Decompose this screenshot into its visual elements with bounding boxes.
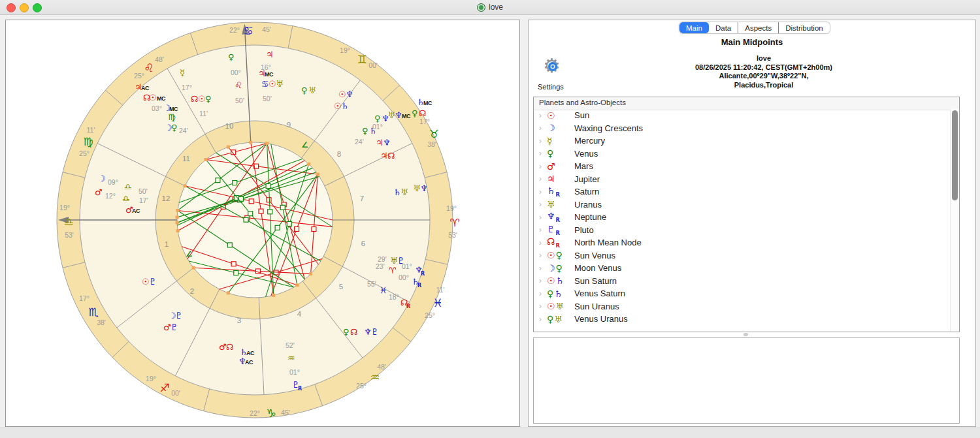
wheel-text: 53' bbox=[65, 231, 74, 239]
wheel-text: 45' bbox=[281, 409, 290, 416]
wheel-text: ☊ bbox=[387, 151, 395, 161]
detail-panel bbox=[533, 337, 960, 424]
disclosure-chevron-icon[interactable]: › bbox=[534, 264, 547, 273]
wheel-text: 1 bbox=[165, 240, 169, 248]
wheel-text: ☉ bbox=[149, 93, 157, 102]
disclosure-chevron-icon[interactable]: › bbox=[534, 123, 547, 133]
aspect-glyph-icon bbox=[259, 209, 263, 213]
planet-glyph-icon: ♀♅ bbox=[547, 314, 574, 324]
wheel-text: 24' bbox=[179, 127, 188, 134]
list-item-mars[interactable]: ›♂Mars bbox=[534, 160, 951, 173]
astrology-wheel: 22°♋45'19°♊00'17°♉38'19°♈53'11'♓25°48'♒2… bbox=[6, 20, 518, 425]
list-item-label: Sun bbox=[574, 110, 589, 120]
list-item-uranus[interactable]: ›♅Uranus bbox=[534, 198, 951, 211]
wheel-text: ☊ bbox=[350, 327, 358, 337]
planet-tick-icon bbox=[316, 173, 319, 176]
planet-tick-icon bbox=[192, 266, 195, 270]
chart-datetime: 08/26/2025 11:20:42, CEST(GMT+2h00m) bbox=[607, 63, 921, 72]
scrollbar-thumb[interactable] bbox=[952, 110, 958, 200]
wheel-text: 01° bbox=[289, 368, 300, 376]
planet-glyph-icon: ☉♀ bbox=[547, 250, 574, 260]
wheel-text: 50' bbox=[139, 187, 148, 195]
wheel-text: AC bbox=[246, 350, 255, 356]
planet-tick-icon bbox=[176, 215, 179, 219]
list-item-jupiter[interactable]: ›♃Jupiter bbox=[534, 173, 951, 186]
midpoints-panel: MainDataAspectsDistribution Main Midpoin… bbox=[528, 20, 976, 427]
disclosure-chevron-icon[interactable]: › bbox=[534, 315, 547, 324]
wheel-text: ☽ bbox=[98, 174, 106, 183]
list-item-sun-saturn[interactable]: ›☉♄Sun Saturn bbox=[534, 275, 951, 288]
chart-info: love 08/26/2025 11:20:42, CEST(GMT+2h00m… bbox=[607, 54, 921, 89]
tab-distribution[interactable]: Distribution bbox=[778, 22, 830, 33]
planet-tick-icon bbox=[184, 184, 187, 187]
list-item-sun-venus[interactable]: ›☉♀Sun Venus bbox=[534, 249, 951, 262]
disclosure-chevron-icon[interactable]: › bbox=[534, 200, 547, 209]
aspect-glyph-icon bbox=[267, 198, 271, 202]
list-item-moon-venus[interactable]: ›☽♀Moon Venus bbox=[534, 262, 951, 275]
wheel-text: ☉ bbox=[142, 277, 150, 287]
planet-tick-icon bbox=[265, 142, 269, 145]
wheel-text: R bbox=[298, 386, 302, 392]
planet-glyph-icon: ♀♄ bbox=[547, 289, 574, 299]
chart-panel[interactable]: 22°♋45'19°♊00'17°♉38'19°♈53'11'♓25°48'♒2… bbox=[5, 20, 520, 427]
wheel-text: 19° bbox=[340, 46, 350, 54]
planet-glyph-icon: ♅ bbox=[547, 199, 574, 210]
list-item-sun-uranus[interactable]: ›☉♅Sun Uranus bbox=[534, 300, 951, 313]
chart-location: Alicante,00º29"W,38º22"N, bbox=[607, 72, 921, 81]
wheel-text: ♀ bbox=[343, 327, 350, 337]
wheel-text: 55' bbox=[367, 280, 376, 288]
planet-glyph-icon: ♇R bbox=[547, 224, 574, 236]
tab-main[interactable]: Main bbox=[679, 22, 709, 33]
splitter-handle-icon bbox=[743, 333, 748, 336]
disclosure-chevron-icon[interactable]: › bbox=[534, 174, 547, 183]
wheel-text: 25° bbox=[356, 382, 367, 390]
wheel-text: ♅ bbox=[413, 183, 421, 193]
wheel-text: MC bbox=[402, 113, 411, 119]
wheel-text: 6 bbox=[361, 240, 365, 247]
list-item-sun[interactable]: ›☉Sun bbox=[534, 109, 951, 122]
wheel-text: 38' bbox=[97, 319, 106, 326]
panel-splitter[interactable] bbox=[533, 332, 958, 337]
list-item-neptune[interactable]: ›♆RNeptune bbox=[534, 211, 951, 224]
disclosure-chevron-icon[interactable]: › bbox=[534, 111, 547, 120]
planet-glyph-icon: ☉ bbox=[547, 110, 574, 121]
disclosure-chevron-icon[interactable]: › bbox=[534, 149, 547, 158]
list-item-mercury[interactable]: ›☿Mercury bbox=[534, 134, 951, 148]
wheel-text: ♇ bbox=[149, 277, 157, 287]
disclosure-chevron-icon[interactable]: › bbox=[534, 302, 547, 311]
list-item-venus[interactable]: ›♀Venus bbox=[534, 148, 951, 161]
list-item-saturn[interactable]: ›♄RSaturn bbox=[534, 185, 951, 198]
wheel-text: ♒ bbox=[287, 353, 295, 363]
settings-button[interactable]: ⚙ bbox=[543, 56, 564, 77]
disclosure-chevron-icon[interactable]: › bbox=[534, 289, 547, 298]
tab-data[interactable]: Data bbox=[709, 22, 738, 33]
list-item-venus-saturn[interactable]: ›♀♄Venus Saturn bbox=[534, 287, 951, 300]
list-item-pluto[interactable]: ›♇RPluto bbox=[534, 224, 951, 237]
scrollbar-track[interactable] bbox=[950, 109, 959, 332]
wheel-text: ♍ bbox=[168, 112, 176, 122]
list-item-label: Moon Venus bbox=[574, 263, 621, 273]
wheel-text: ♈ bbox=[389, 266, 397, 275]
disclosure-chevron-icon[interactable]: › bbox=[534, 225, 547, 234]
disclosure-chevron-icon[interactable]: › bbox=[534, 162, 547, 171]
disclosure-chevron-icon[interactable]: › bbox=[534, 251, 547, 260]
planet-glyph-icon: ♂ bbox=[547, 161, 574, 172]
wheel-text: MC bbox=[265, 71, 274, 78]
wheel-text: MC bbox=[423, 100, 433, 106]
disclosure-chevron-icon[interactable]: › bbox=[534, 136, 547, 146]
wheel-text: ♂ bbox=[219, 342, 227, 352]
list-item-venus-uranus[interactable]: ›♀♅Venus Uranus bbox=[534, 313, 951, 326]
wheel-text: 48' bbox=[377, 363, 386, 371]
wheel-text: 50' bbox=[263, 95, 272, 102]
disclosure-chevron-icon[interactable]: › bbox=[534, 276, 547, 285]
disclosure-chevron-icon[interactable]: › bbox=[534, 187, 547, 196]
tab-aspects[interactable]: Aspects bbox=[738, 22, 778, 33]
list-item-north-mean-node[interactable]: ›☊RNorth Mean Node bbox=[534, 236, 951, 249]
planet-list-header: Planets and Astro-Objects bbox=[534, 97, 959, 110]
wheel-text: 11' bbox=[199, 110, 208, 117]
disclosure-chevron-icon[interactable]: › bbox=[534, 238, 547, 247]
wheel-text: ♆ bbox=[383, 138, 391, 148]
list-item-waxing-crescents[interactable]: ›☽Waxing Crescents bbox=[534, 122, 951, 135]
disclosure-chevron-icon[interactable]: › bbox=[534, 213, 547, 222]
wheel-text: ♎ bbox=[63, 215, 73, 228]
